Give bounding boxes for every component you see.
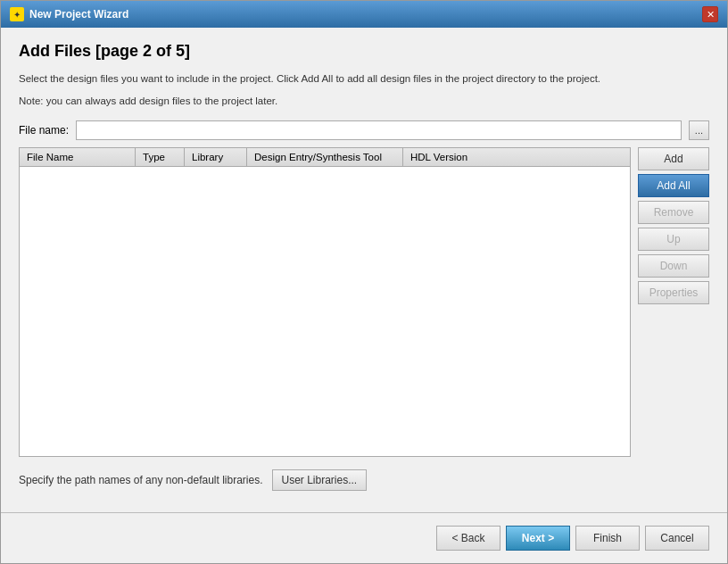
bottom-info-text: Specify the path names of any non-defaul… <box>19 474 263 486</box>
add-all-button[interactable]: Add All <box>638 174 709 197</box>
properties-button[interactable]: Properties <box>638 281 709 304</box>
file-table: File Name Type Library Design Entry/Synt… <box>19 147 631 458</box>
wizard-icon: ✦ <box>10 7 24 21</box>
col-header-filename: File Name <box>20 148 136 166</box>
main-area: File Name Type Library Design Entry/Synt… <box>19 147 709 458</box>
page-title: Add Files [page 2 of 5] <box>19 42 709 61</box>
bottom-info: Specify the path names of any non-defaul… <box>19 464 709 494</box>
cancel-button[interactable]: Cancel <box>645 526 709 551</box>
footer-divider <box>1 512 727 513</box>
up-button[interactable]: Up <box>638 228 709 251</box>
file-name-input[interactable] <box>76 120 682 140</box>
title-bar-left: ✦ New Project Wizard <box>10 7 128 21</box>
col-header-library: Library <box>185 148 247 166</box>
col-header-hdl: HDL Version <box>403 148 492 166</box>
window-title: New Project Wizard <box>29 8 128 21</box>
close-icon[interactable]: ✕ <box>702 6 718 22</box>
title-bar: ✦ New Project Wizard ✕ <box>1 1 727 28</box>
finish-button[interactable]: Finish <box>575 526 640 551</box>
table-header: File Name Type Library Design Entry/Synt… <box>20 148 630 167</box>
main-window: ✦ New Project Wizard ✕ Add Files [page 2… <box>0 0 728 564</box>
col-header-type: Type <box>136 148 185 166</box>
browse-button[interactable]: ... <box>689 120 709 140</box>
description-line1: Select the design files you want to incl… <box>19 71 709 87</box>
user-libraries-button[interactable]: User Libraries... <box>272 469 368 491</box>
side-buttons: Add Add All Remove Up Down Properties <box>638 147 709 458</box>
file-name-row: File name: ... <box>19 120 709 140</box>
add-button[interactable]: Add <box>638 147 709 170</box>
content-area: Add Files [page 2 of 5] Select the desig… <box>1 28 727 509</box>
remove-button[interactable]: Remove <box>638 201 709 224</box>
back-button[interactable]: < Back <box>436 526 500 551</box>
footer: < Back Next > Finish Cancel <box>1 517 727 563</box>
col-header-design: Design Entry/Synthesis Tool <box>247 148 403 166</box>
table-body <box>20 167 630 457</box>
file-name-label: File name: <box>19 124 69 137</box>
next-button[interactable]: Next > <box>506 526 570 551</box>
description-line2: Note: you can always add design files to… <box>19 94 709 109</box>
down-button[interactable]: Down <box>638 254 709 278</box>
